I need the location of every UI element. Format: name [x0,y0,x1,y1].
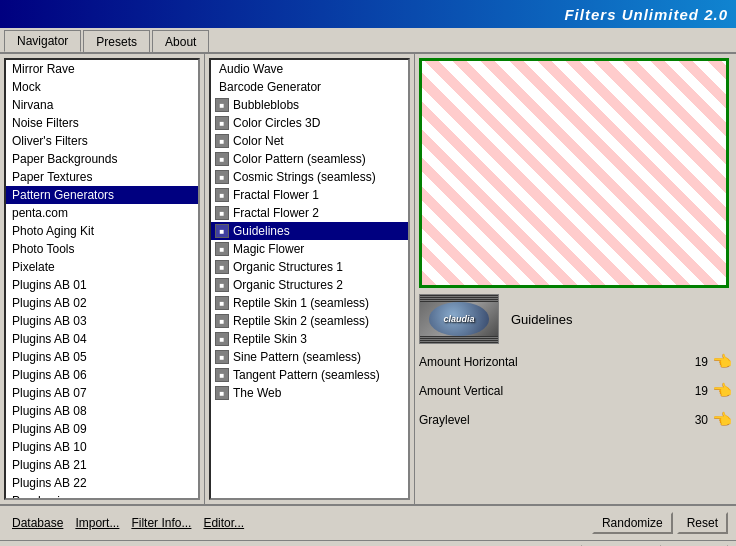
right-buttons: Randomize Reset [592,512,728,534]
title-text: Filters Unlimited 2.0 [564,6,728,23]
filter-bullet-icon: ■ [215,314,229,328]
tab-about[interactable]: About [152,30,209,52]
filter-item[interactable]: ■Organic Structures 2 [211,276,408,294]
param-value-area: 19👈 [688,381,732,400]
list-item[interactable]: Oliver's Filters [6,132,198,150]
preview-canvas [419,58,729,288]
list-item[interactable]: Photo Tools [6,240,198,258]
list-item[interactable]: Plugins AB 02 [6,294,198,312]
list-item[interactable]: Mirror Rave [6,60,198,78]
list-item[interactable]: Paper Backgrounds [6,150,198,168]
filter-item[interactable]: ■Magic Flower [211,240,408,258]
list-item[interactable]: Mock [6,78,198,96]
filter-item[interactable]: ■Color Net [211,132,408,150]
filter-item[interactable]: ■Fractal Flower 2 [211,204,408,222]
filter-bullet-icon: ■ [215,332,229,346]
list-item[interactable]: Plugins AB 10 [6,438,198,456]
list-item[interactable]: Plugins AB 03 [6,312,198,330]
param-value: 19 [688,355,708,369]
title-bar: Filters Unlimited 2.0 [0,0,736,28]
param-row: Amount Vertical19👈 [419,379,732,402]
main-content: Mirror RaveMockNirvanaNoise FiltersOlive… [0,54,736,504]
param-label: Amount Horizontal [419,355,688,369]
filter-item[interactable]: Barcode Generator [211,78,408,96]
list-item[interactable]: Plugins AB 08 [6,402,198,420]
filter-info-button[interactable]: Filter Info... [127,514,195,532]
param-label: Amount Vertical [419,384,688,398]
list-item[interactable]: Noise Filters [6,114,198,132]
filter-item-label: Barcode Generator [219,80,321,94]
filter-item-label: Cosmic Strings (seamless) [233,170,376,184]
filter-item[interactable]: ■Tangent Pattern (seamless) [211,366,408,384]
list-item[interactable]: penta.com [6,204,198,222]
filter-item[interactable]: ■Fractal Flower 1 [211,186,408,204]
import-button[interactable]: Import... [71,514,123,532]
filter-item-label: Color Net [233,134,284,148]
logo-text: claudia [443,314,474,324]
filter-item-label: Guidelines [233,224,290,238]
list-item[interactable]: Plugins AB 04 [6,330,198,348]
filter-item-label: Color Circles 3D [233,116,320,130]
list-item[interactable]: Plugins AB 09 [6,420,198,438]
filter-item[interactable]: ■Bubbleblobs [211,96,408,114]
filter-item-label: Reptile Skin 3 [233,332,307,346]
plugin-name-area: Guidelines [507,308,732,331]
list-item[interactable]: Plugins AB 07 [6,384,198,402]
status-bar: Database: ICNET-Filters Filters: 3634 Ap… [0,540,736,546]
list-item[interactable]: Plugins AB 06 [6,366,198,384]
left-panel: Mirror RaveMockNirvanaNoise FiltersOlive… [0,54,205,504]
param-hand-icon[interactable]: 👈 [712,352,732,371]
list-item[interactable]: Paper Textures [6,168,198,186]
filter-item-label: Tangent Pattern (seamless) [233,368,380,382]
filter-bullet-icon: ■ [215,386,229,400]
logo-stripes-bottom [420,336,498,343]
list-item[interactable]: Plugins AB 01 [6,276,198,294]
filter-item[interactable]: ■Guidelines [211,222,408,240]
category-list[interactable]: Mirror RaveMockNirvanaNoise FiltersOlive… [4,58,200,500]
param-hand-icon[interactable]: 👈 [712,410,732,429]
filter-item-label: Fractal Flower 1 [233,188,319,202]
filter-item-label: Sine Pattern (seamless) [233,350,361,364]
list-item[interactable]: Plugins AB 05 [6,348,198,366]
filter-bullet-icon: ■ [215,98,229,112]
tab-presets[interactable]: Presets [83,30,150,52]
filter-bullet-icon: ■ [215,206,229,220]
reset-button[interactable]: Reset [677,512,728,534]
editor-button[interactable]: Editor... [199,514,248,532]
list-item[interactable]: Plugins AB 21 [6,456,198,474]
filter-bullet-icon: ■ [215,116,229,130]
params-area: Amount Horizontal19👈Amount Vertical19👈Gr… [419,350,732,500]
filter-item-label: Organic Structures 1 [233,260,343,274]
tab-navigator[interactable]: Navigator [4,30,81,52]
filter-item[interactable]: ■Reptile Skin 2 (seamless) [211,312,408,330]
filter-item[interactable]: ■Cosmic Strings (seamless) [211,168,408,186]
list-item[interactable]: Photo Aging Kit [6,222,198,240]
filter-item-label: The Web [233,386,281,400]
filter-item[interactable]: ■The Web [211,384,408,402]
database-button[interactable]: Database [8,514,67,532]
filter-item[interactable]: Audio Wave [211,60,408,78]
param-label: Graylevel [419,413,688,427]
param-value-area: 19👈 [688,352,732,371]
logo-inner: claudia [429,302,489,335]
param-hand-icon[interactable]: 👈 [712,381,732,400]
filter-list[interactable]: Audio WaveBarcode Generator■Bubbleblobs■… [209,58,410,500]
list-item[interactable]: Plugins AB 22 [6,474,198,492]
filter-bullet-icon: ■ [215,350,229,364]
filter-bullet-icon: ■ [215,260,229,274]
filter-item[interactable]: ■Reptile Skin 3 [211,330,408,348]
filter-item[interactable]: ■Color Circles 3D [211,114,408,132]
filter-item[interactable]: ■Reptile Skin 1 (seamless) [211,294,408,312]
filter-item-label: Magic Flower [233,242,304,256]
list-item[interactable]: Nirvana [6,96,198,114]
randomize-button[interactable]: Randomize [592,512,673,534]
param-value-area: 30👈 [688,410,732,429]
tab-bar: Navigator Presets About [0,28,736,54]
list-item[interactable]: Pattern Generators [6,186,198,204]
param-row: Graylevel30👈 [419,408,732,431]
list-item[interactable]: Pixelate [6,258,198,276]
filter-item[interactable]: ■Sine Pattern (seamless) [211,348,408,366]
filter-item[interactable]: ■Color Pattern (seamless) [211,150,408,168]
list-item[interactable]: Psychosis [6,492,198,500]
filter-item[interactable]: ■Organic Structures 1 [211,258,408,276]
